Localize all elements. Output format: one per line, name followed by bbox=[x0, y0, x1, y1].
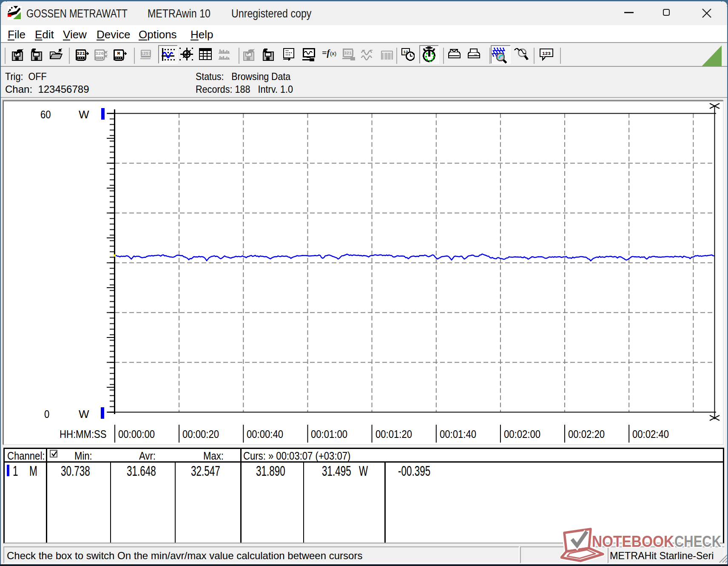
svg-text:NOTEBOOK: NOTEBOOK bbox=[592, 533, 674, 550]
svg-text:CHECK: CHECK bbox=[674, 533, 721, 550]
